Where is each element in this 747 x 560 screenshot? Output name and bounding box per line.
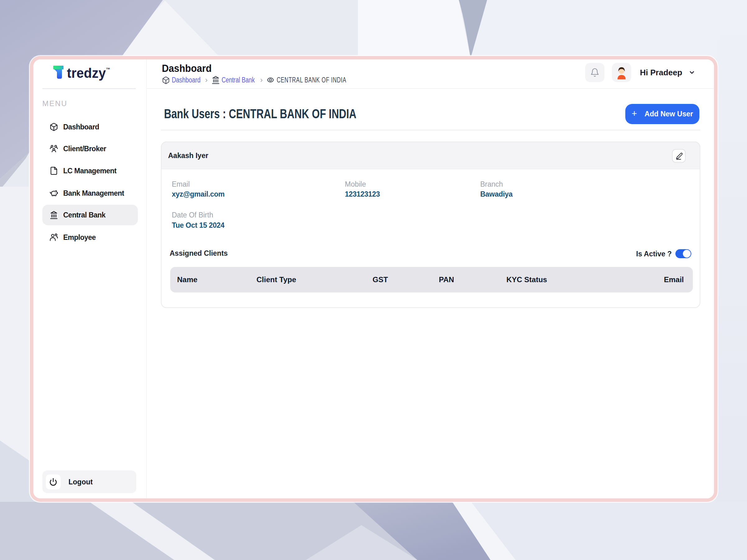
svg-text:tredzy: tredzy xyxy=(67,65,106,81)
svg-text:TM: TM xyxy=(106,67,110,70)
